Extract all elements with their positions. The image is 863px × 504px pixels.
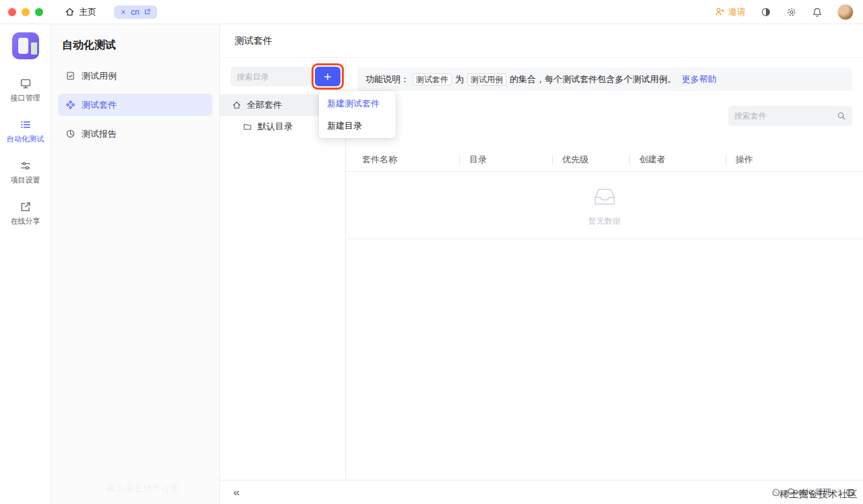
open-external-icon[interactable] <box>144 8 151 15</box>
traffic-lights <box>8 8 43 16</box>
home-label: 主页 <box>79 6 96 18</box>
tab-close-icon[interactable] <box>120 9 127 15</box>
nav-item-test-suites[interactable]: 测试套件 <box>58 94 212 116</box>
sidebar-item-label: 自动化测试 <box>7 134 44 144</box>
collapse-sidebar-button[interactable]: « <box>233 486 239 498</box>
banner-tag-case: 测试用例 <box>467 73 506 86</box>
empty-state: 暂无数据 <box>346 172 863 239</box>
suite-search-box <box>728 106 852 126</box>
home-small-icon <box>232 100 241 110</box>
sidebar-item-label: 在线分享 <box>11 216 40 226</box>
empty-inbox-icon <box>589 183 620 210</box>
suite-table-header: 套件名称 目录 优先级 创建者 操作 <box>346 148 863 172</box>
diamond-grid-icon <box>65 100 76 110</box>
menu-item-label: 新建目录 <box>327 120 362 132</box>
cookie-manager-button[interactable]: Cookie 管理 <box>787 486 831 498</box>
divider <box>838 488 839 497</box>
invite-button[interactable]: 邀请 <box>715 6 746 18</box>
monitor-icon <box>20 77 32 90</box>
column-header-folder: 目录 <box>459 148 552 171</box>
close-window-button[interactable] <box>8 8 16 16</box>
suite-content: 功能说明：测试套件为测试用例的集合，每个测试套件包含多个测试用例。更多帮助 套件… <box>346 58 863 480</box>
home-button[interactable]: 主页 <box>65 6 96 18</box>
banner-mid2: 的集合，每个测试套件包含多个测试用例。 <box>510 74 676 84</box>
suite-search-input[interactable] <box>734 111 837 121</box>
sidebar-item-project-settings[interactable]: 项目设置 <box>0 152 51 193</box>
app-logo[interactable] <box>12 32 39 59</box>
user-avatar[interactable] <box>837 4 854 20</box>
menu-item-label: 新建测试套件 <box>327 98 380 110</box>
module-title: 自动化测试 <box>51 24 219 65</box>
more-help-link[interactable]: 更多帮助 <box>682 74 717 84</box>
nav-item-test-cases[interactable]: 测试用例 <box>58 65 212 87</box>
nav-item-test-reports[interactable]: 测试报告 <box>58 123 212 145</box>
add-button[interactable] <box>315 67 340 86</box>
sliders-icon <box>20 160 32 172</box>
nav-item-label: 测试报告 <box>82 128 117 140</box>
invite-label: 邀请 <box>728 6 746 18</box>
cookie-icon[interactable] <box>771 488 781 497</box>
tree-search-input[interactable] <box>231 67 311 86</box>
tree-toolbar <box>220 58 345 94</box>
automation-icon <box>20 119 32 131</box>
banner-prefix: 功能说明： <box>365 74 409 84</box>
tree-node-label: 全部套件 <box>247 99 282 111</box>
sidebar-item-api-management[interactable]: 接口管理 <box>0 70 51 111</box>
column-header-suite-name: 套件名称 <box>346 148 459 171</box>
titlebar: 主页 cn 邀请 <box>0 0 863 24</box>
primary-sidebar: 接口管理 自动化测试 项目设置 在线分享 <box>0 24 51 504</box>
bottom-bar: « Cookie 管理 <box>220 480 863 504</box>
project-tab[interactable]: cn <box>114 5 157 19</box>
settings-button[interactable] <box>786 7 797 18</box>
sidebar-item-label: 接口管理 <box>11 93 40 103</box>
sidebar-item-automated-testing[interactable]: 自动化测试 <box>0 111 51 152</box>
invite-person-icon <box>715 7 725 17</box>
menu-item-new-test-suite[interactable]: 新建测试套件 <box>319 92 396 115</box>
bottom-bar-right: Cookie 管理 <box>771 486 855 498</box>
main-area: 测试套件 全部套件 <box>220 24 863 504</box>
main-header: 测试套件 <box>220 24 863 58</box>
clock-report-icon <box>65 129 76 139</box>
banner-tag-suite: 测试套件 <box>413 73 452 86</box>
empty-state-text: 暂无数据 <box>589 216 621 227</box>
secondary-sidebar: 自动化测试 测试用例 测试套件 测试报告 <box>51 24 220 504</box>
project-tab-label: cn <box>131 7 140 17</box>
share-icon <box>20 201 32 213</box>
panel-layout-icon[interactable] <box>845 488 855 497</box>
nav-item-label: 测试用例 <box>82 70 117 82</box>
zoom-window-button[interactable] <box>35 8 43 16</box>
column-header-priority: 优先级 <box>552 148 629 171</box>
app-window: 主页 cn 邀请 <box>0 0 863 504</box>
info-banner: 功能说明：测试套件为测试用例的集合，每个测试套件包含多个测试用例。更多帮助 <box>357 67 852 91</box>
sidebar-item-label: 项目设置 <box>11 175 40 185</box>
column-header-creator: 创建者 <box>629 148 725 171</box>
tree-node-label: 默认目录 <box>258 121 293 133</box>
search-icon[interactable] <box>837 111 846 121</box>
banner-mid1: 为 <box>455 74 464 84</box>
nav-item-label: 测试套件 <box>82 99 117 111</box>
add-dropdown-menu: 新建测试套件 新建目录 <box>319 91 396 138</box>
primary-nav: 接口管理 自动化测试 项目设置 在线分享 <box>0 70 51 234</box>
theme-toggle-button[interactable] <box>761 7 771 18</box>
folder-icon <box>243 122 252 131</box>
doc-check-icon <box>65 71 76 81</box>
plus-icon <box>323 72 332 82</box>
notifications-button[interactable] <box>812 7 823 18</box>
page-title: 测试套件 <box>235 35 272 47</box>
column-header-actions: 操作 <box>725 148 863 171</box>
menu-item-new-folder[interactable]: 新建目录 <box>319 115 396 137</box>
minimize-window-button[interactable] <box>22 8 30 16</box>
home-icon <box>65 7 75 17</box>
sidebar-item-online-share[interactable]: 在线分享 <box>0 193 51 234</box>
titlebar-actions: 邀请 <box>715 4 854 20</box>
